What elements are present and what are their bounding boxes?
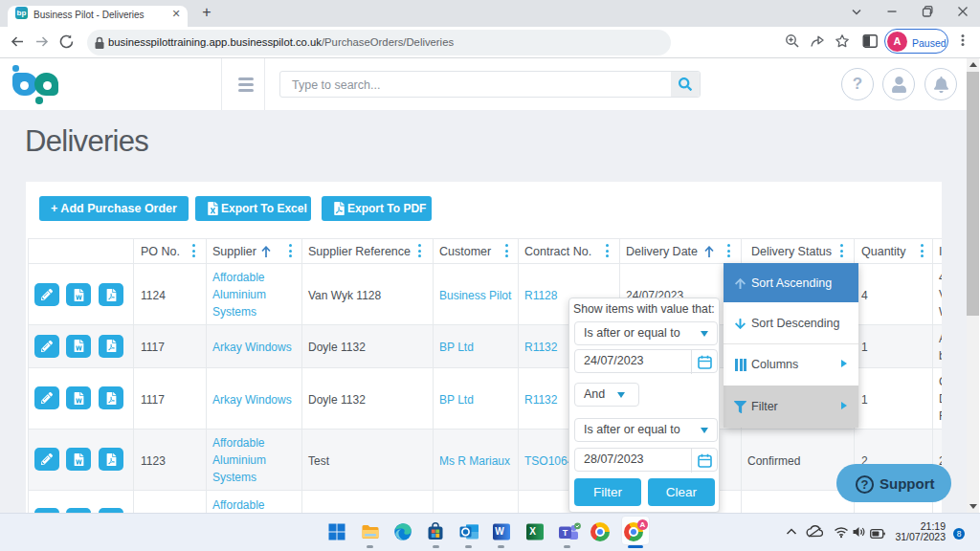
- svg-text:X: X: [529, 526, 536, 537]
- svg-text:W: W: [495, 526, 504, 537]
- svg-text:T: T: [563, 528, 568, 538]
